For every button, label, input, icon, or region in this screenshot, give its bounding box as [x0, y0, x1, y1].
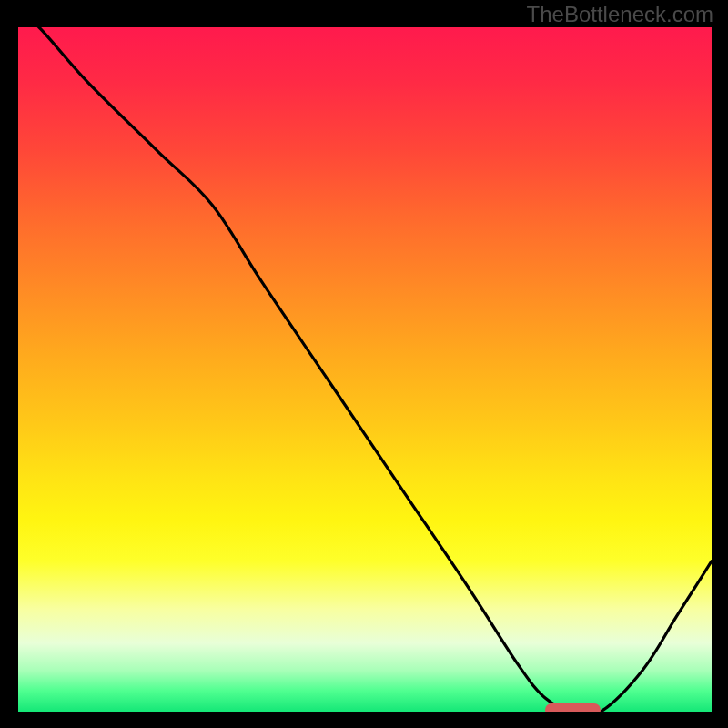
bottleneck-curve: [18, 27, 712, 712]
plot-area: [18, 27, 712, 712]
optimal-range-marker: [545, 703, 601, 712]
chart-container: TheBottleneck.com: [0, 0, 728, 728]
curve-svg: [18, 27, 712, 712]
watermark-text: TheBottleneck.com: [527, 2, 713, 27]
